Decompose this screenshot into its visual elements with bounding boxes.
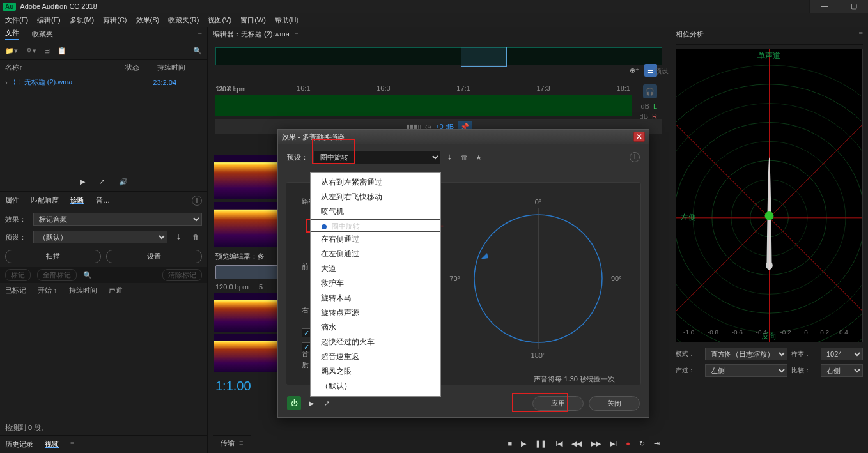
search-input[interactable]: 🔍: [193, 47, 202, 55]
effect-select[interactable]: 标记音频: [33, 213, 202, 226]
info-icon[interactable]: i: [192, 196, 202, 206]
expand-icon[interactable]: ›: [5, 79, 8, 86]
rotation-note: 声音将每 1.30 秒绕圈一次: [534, 374, 615, 384]
menu-window[interactable]: 窗口(W): [240, 15, 266, 25]
mark-button[interactable]: 标记: [5, 269, 31, 281]
delete-preset-icon[interactable]: 🗑: [190, 233, 202, 241]
window-maximize[interactable]: ▢: [839, 0, 868, 13]
menu-help[interactable]: 帮助(H): [275, 15, 298, 25]
menu-edit[interactable]: 编辑(E): [37, 15, 61, 25]
mark-all-button[interactable]: 全部标记: [37, 269, 77, 281]
preset-option[interactable]: 喷气机: [311, 204, 440, 219]
export-icon[interactable]: ↗: [99, 178, 105, 186]
clear-marks-button[interactable]: 清除标记: [162, 269, 202, 281]
menu-view[interactable]: 视图(V): [208, 15, 231, 25]
preset-option[interactable]: 超快经过的火车: [311, 335, 440, 349]
tab-video[interactable]: 视频: [45, 440, 59, 449]
tab-loudness[interactable]: 匹配响度: [31, 196, 59, 206]
sample-select[interactable]: 1024: [821, 348, 863, 360]
rewind-icon[interactable]: ◀◀: [571, 440, 582, 448]
record-icon[interactable]: ●: [626, 440, 630, 448]
file-row[interactable]: › ⊹⊹ 无标题 (2).wma 23:2.04: [0, 75, 207, 89]
col-duration[interactable]: 持续时间: [157, 63, 202, 72]
apply-button[interactable]: 应用: [532, 396, 584, 411]
window-minimize[interactable]: —: [809, 0, 839, 13]
checkbox[interactable]: ✓: [302, 342, 311, 351]
forward-icon[interactable]: ▶▶: [591, 440, 601, 448]
stop-icon[interactable]: ■: [508, 440, 513, 448]
play-icon[interactable]: ▶: [80, 178, 85, 186]
overview-waveform[interactable]: [215, 47, 662, 65]
preset-option[interactable]: 滴水: [311, 320, 440, 335]
dialog-close-button[interactable]: ✕: [633, 132, 645, 142]
play-icon[interactable]: ▶: [521, 440, 526, 448]
preset-option-selected[interactable]: 圈中旋转: [311, 219, 440, 232]
pause-icon[interactable]: ❚❚: [535, 440, 546, 448]
loop-icon[interactable]: 🎧: [643, 84, 657, 98]
preset-option[interactable]: 救护车: [311, 276, 440, 291]
svg-text:270°: 270°: [449, 275, 460, 282]
preset-option[interactable]: 大道: [311, 261, 440, 276]
preset-option[interactable]: 超音速重返: [311, 349, 440, 364]
tab-history[interactable]: 历史记录: [5, 440, 33, 449]
tab-favorites[interactable]: 收藏夹: [32, 29, 53, 39]
preset-select[interactable]: （默认）: [33, 231, 167, 243]
open-folder-icon[interactable]: 📁▾: [5, 47, 18, 55]
preset-option[interactable]: 在右侧通过: [311, 232, 440, 247]
speaker-icon[interactable]: 🔊: [119, 178, 128, 186]
skip-end-icon[interactable]: ▶I: [610, 440, 617, 448]
preset-option[interactable]: 在左侧通过: [311, 247, 440, 261]
info-icon[interactable]: i: [630, 152, 640, 162]
file-name: 无标题 (2).wma: [24, 77, 73, 87]
mode-select[interactable]: 直方图（日志缩放）: [705, 348, 787, 360]
time-ruler[interactable]: 15:3 16:1 16:3 17:1 17:3 18:1: [215, 82, 632, 95]
menu-clip[interactable]: 剪辑(C): [103, 15, 127, 25]
menu-file[interactable]: 文件(F): [5, 15, 28, 25]
dlg-preset-select[interactable]: 圈中旋转: [313, 150, 441, 164]
menu-favorites[interactable]: 收藏夹(R): [168, 15, 199, 25]
loop-icon[interactable]: ↻: [639, 440, 645, 448]
tab-diagnostics[interactable]: 诊断: [70, 196, 84, 206]
preset-option[interactable]: （默认）: [311, 379, 440, 394]
menu-effects[interactable]: 效果(S): [136, 15, 160, 25]
power-button[interactable]: ⏻: [287, 396, 301, 410]
grid-icon[interactable]: ⊞: [44, 47, 50, 55]
waveform-display[interactable]: [215, 95, 632, 116]
tab-properties[interactable]: 属性: [5, 196, 19, 206]
scan-button[interactable]: 扫描: [5, 250, 101, 263]
save-preset-icon[interactable]: ⭳: [446, 153, 453, 162]
skip-start-icon[interactable]: I◀: [555, 440, 562, 448]
preset-option[interactable]: 旋转点声源: [311, 305, 440, 320]
zoom-tool-icon[interactable]: ⊕⁺: [630, 66, 639, 75]
preset-option[interactable]: 飓风之眼: [311, 364, 440, 379]
preset-side-label[interactable]: 预设: [655, 66, 669, 76]
favorite-icon[interactable]: ★: [476, 153, 482, 162]
preset-option[interactable]: 从左到右飞快移动: [311, 190, 440, 204]
save-preset-icon[interactable]: ⭳: [173, 233, 185, 241]
preset-option[interactable]: 从右到左紧密通过: [311, 175, 440, 190]
col-status[interactable]: 状态: [125, 63, 157, 72]
record-icon[interactable]: 🎙▾: [26, 47, 36, 55]
mcol-dur[interactable]: 持续时间: [69, 286, 97, 295]
export-icon[interactable]: ↗: [324, 399, 330, 408]
preset-dropdown[interactable]: 从右到左紧密通过 从左到右飞快移动 喷气机 圈中旋转 在右侧通过 在左侧通过 大…: [310, 172, 441, 397]
skip-icon[interactable]: ⇥: [654, 440, 660, 448]
checkbox[interactable]: ✓: [302, 328, 311, 337]
delete-preset-icon[interactable]: 🗑: [461, 153, 468, 162]
preview-play-icon[interactable]: ▶: [309, 399, 314, 408]
col-name[interactable]: 名称↑: [5, 63, 125, 72]
paste-icon[interactable]: 📋: [58, 47, 66, 55]
mcol-marked[interactable]: 已标记: [5, 286, 26, 295]
menu-multitrack[interactable]: 多轨(M): [70, 15, 95, 25]
search-icon[interactable]: 🔍: [83, 271, 92, 279]
close-button[interactable]: 关闭: [589, 396, 640, 411]
tab-files[interactable]: 文件: [5, 28, 19, 40]
mcol-start[interactable]: 开始 ↑: [38, 286, 58, 295]
mcol-chan[interactable]: 声道: [109, 286, 123, 295]
compare-label: 比较：: [791, 366, 817, 375]
tab-more[interactable]: 音…: [96, 196, 110, 206]
preset-option[interactable]: 旋转木马: [311, 291, 440, 305]
settings-button[interactable]: 设置: [106, 250, 202, 263]
channel-select[interactable]: 左侧: [705, 364, 787, 377]
compare-select[interactable]: 右侧: [821, 364, 863, 377]
